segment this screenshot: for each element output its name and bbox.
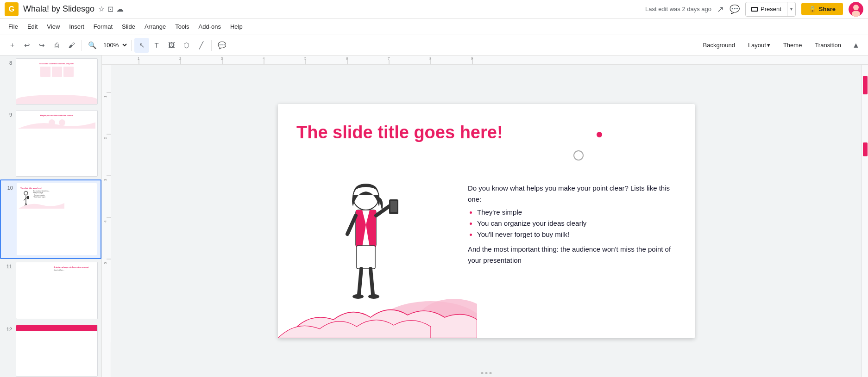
paint-format-button[interactable]: 🖌: [64, 38, 79, 53]
bullet-3: You'll never forget to buy milk!: [477, 229, 681, 240]
star-icon[interactable]: ☆: [98, 5, 105, 13]
svg-rect-9: [27, 196, 29, 199]
svg-text:4: 4: [103, 220, 107, 222]
collapse-toolbar-button[interactable]: ▲: [849, 38, 863, 53]
toolbar-actions-group: ＋ ↩ ↪ ⎙ 🖌: [5, 38, 79, 53]
toolbar: ＋ ↩ ↪ ⎙ 🖌 🔍 100% 75% 50% ↖ T 🖼 ⬡ ╱ 💬 Bac…: [0, 35, 868, 56]
user-avatar[interactable]: [849, 2, 863, 17]
add-button[interactable]: ＋: [5, 38, 19, 53]
bullet-1: They're simple: [477, 207, 681, 218]
redo-button[interactable]: ↪: [34, 38, 49, 53]
toolbar-right: Background Layout ▾ Theme Transition ▲: [697, 38, 863, 53]
dot-2: [485, 372, 488, 374]
slide-number-12: 12: [4, 327, 12, 332]
slide-thumb-9: Maybe you need to divide the content Mer…: [16, 110, 98, 176]
menu-edit[interactable]: Edit: [23, 19, 42, 35]
present-dropdown-arrow[interactable]: ▾: [787, 2, 795, 16]
menu-tools[interactable]: Tools: [170, 19, 194, 35]
slide-intro-text: Do you know what helps you make your poi…: [468, 183, 681, 205]
layout-button[interactable]: Layout ▾: [742, 39, 776, 51]
menu-insert[interactable]: Insert: [64, 19, 89, 35]
slide-item-11[interactable]: 11 A picture always reinforces the conce…: [0, 259, 101, 322]
zoom-selector[interactable]: 100% 75% 50%: [100, 41, 128, 49]
undo-button[interactable]: ↩: [19, 38, 34, 53]
svg-text:1: 1: [138, 56, 140, 61]
slide-number-8: 8: [4, 60, 12, 66]
title-bar: G Whala! by Slidesgo ☆ ⊡ ☁ Last edit was…: [0, 0, 868, 19]
svg-rect-48: [390, 201, 397, 212]
svg-text:4: 4: [263, 56, 265, 61]
svg-text:5: 5: [304, 56, 307, 61]
svg-text:8: 8: [429, 56, 432, 61]
line-button[interactable]: ╱: [194, 38, 208, 53]
present-button-group: Present ▾: [745, 2, 796, 17]
toolbar-tools-group: ↖ T 🖼 ⬡ ╱: [134, 38, 208, 53]
trend-icon[interactable]: ↗: [717, 4, 724, 14]
cursor-button[interactable]: ↖: [134, 38, 149, 53]
right-panel-bar-1: [863, 76, 868, 94]
dot-3: [490, 372, 492, 374]
print-button[interactable]: ⎙: [49, 38, 64, 53]
present-rect-icon: [751, 7, 758, 12]
deco-dot-filled: [597, 132, 602, 137]
last-edit-text: Last edit was 2 days ago: [645, 6, 711, 12]
svg-rect-29: [102, 65, 111, 342]
app-icon: G: [5, 2, 19, 16]
slide-item-8[interactable]: 8 You could use three columns, why not?: [0, 56, 101, 107]
slide-item-12[interactable]: 12 A picture is worth a thousand words: [0, 322, 101, 377]
background-button[interactable]: Background: [697, 39, 740, 51]
sep-3: [211, 40, 212, 51]
menu-help[interactable]: Help: [226, 19, 247, 35]
menu-addons[interactable]: Add-ons: [194, 19, 226, 35]
menu-slide[interactable]: Slide: [117, 19, 140, 35]
shape-button[interactable]: ⬡: [179, 38, 194, 53]
slide-number-9: 9: [4, 112, 12, 117]
svg-text:2: 2: [103, 137, 107, 139]
share-lock-icon: 🔒: [809, 6, 816, 12]
menu-arrange[interactable]: Arrange: [140, 19, 170, 35]
slide-thumb-8: You could use three columns, why not?: [16, 58, 98, 105]
slide-item-10[interactable]: 10 The slide title goes here!: [0, 179, 101, 259]
slide-thumb-12: A picture is worth a thousand words: [16, 325, 98, 377]
slide-number-11: 11: [4, 264, 12, 269]
ruler-left: 1 2 3 4 5: [102, 65, 111, 377]
theme-button[interactable]: Theme: [778, 39, 807, 51]
svg-text:3: 3: [103, 179, 107, 181]
toolbar-zoom-group: 🔍 100% 75% 50%: [85, 38, 128, 53]
svg-text:2: 2: [179, 56, 182, 61]
zoom-out-button[interactable]: 🔍: [85, 38, 100, 53]
share-button[interactable]: 🔒 Share: [801, 3, 843, 15]
slide-body: Do you know what helps you make your poi…: [468, 183, 681, 266]
svg-text:6: 6: [346, 56, 348, 61]
canvas-resize-dots: [481, 372, 492, 374]
slide-thumb-10: The slide title goes here!: [17, 183, 97, 255]
person-illustration: [324, 179, 408, 313]
cloud-icon[interactable]: ☁: [116, 5, 124, 13]
svg-text:9: 9: [471, 56, 473, 61]
slide-title: The slide title goes here!: [296, 123, 565, 142]
comment-toolbar-button[interactable]: 💬: [214, 38, 229, 53]
dot-1: [481, 372, 484, 374]
deco-dot-outline: [573, 150, 584, 161]
textbox-button[interactable]: T: [149, 38, 164, 53]
transition-button[interactable]: Transition: [809, 39, 847, 51]
folder-icon[interactable]: ⊡: [107, 5, 113, 13]
slide-item-9[interactable]: 9 Maybe you need to divide the content M…: [0, 107, 101, 179]
menu-file[interactable]: File: [4, 19, 23, 35]
slide-panel: 8 You could use three columns, why not?: [0, 56, 102, 377]
layout-label: Layout: [748, 42, 766, 49]
svg-line-50: [371, 269, 373, 294]
present-button[interactable]: Present: [746, 6, 787, 12]
image-button[interactable]: 🖼: [164, 38, 179, 53]
comment-icon[interactable]: 💬: [730, 4, 740, 14]
right-panel-bar-2: [863, 142, 868, 156]
svg-text:5: 5: [103, 262, 107, 264]
title-right-area: Last edit was 2 days ago ↗ 💬 Present ▾ 🔒…: [645, 2, 863, 17]
svg-rect-44: [357, 246, 375, 269]
layout-arrow-icon: ▾: [767, 42, 770, 49]
svg-rect-10: [102, 56, 868, 65]
title-icons: ☆ ⊡ ☁: [98, 5, 124, 13]
menu-format[interactable]: Format: [89, 19, 117, 35]
canvas-area[interactable]: The slide title goes here!: [111, 65, 862, 377]
menu-view[interactable]: View: [42, 19, 64, 35]
